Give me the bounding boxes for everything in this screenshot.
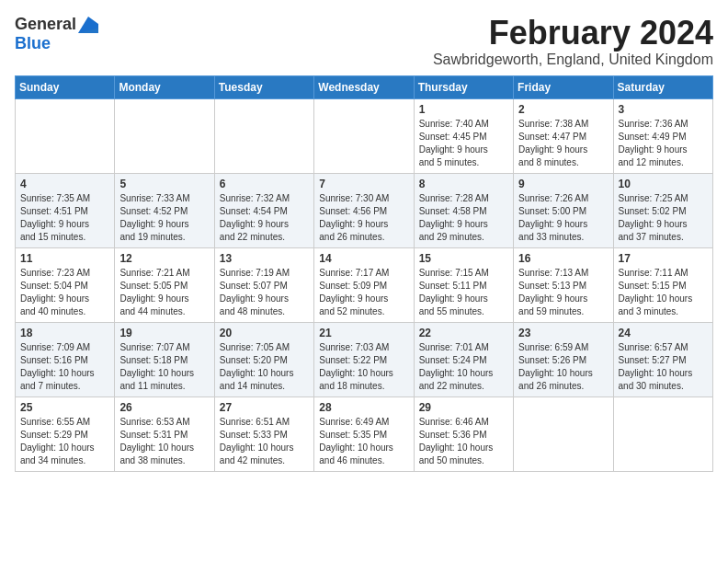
calendar-cell (613, 396, 712, 471)
day-info: Sunrise: 7:07 AM Sunset: 5:18 PM Dayligh… (119, 341, 209, 393)
day-info: Sunrise: 6:59 AM Sunset: 5:26 PM Dayligh… (518, 341, 608, 393)
day-number: 7 (319, 178, 408, 190)
logo: General Blue (15, 15, 98, 53)
calendar-cell: 21Sunrise: 7:03 AM Sunset: 5:22 PM Dayli… (314, 322, 414, 396)
day-info: Sunrise: 7:05 AM Sunset: 5:20 PM Dayligh… (220, 341, 309, 393)
day-info: Sunrise: 7:32 AM Sunset: 4:54 PM Dayligh… (220, 192, 309, 244)
day-info: Sunrise: 6:57 AM Sunset: 5:27 PM Dayligh… (619, 341, 708, 393)
day-info: Sunrise: 6:53 AM Sunset: 5:31 PM Dayligh… (119, 416, 209, 467)
day-number: 3 (619, 103, 708, 116)
month-title: February 2024 (433, 15, 713, 52)
calendar-cell: 24Sunrise: 6:57 AM Sunset: 5:27 PM Dayli… (613, 322, 712, 396)
day-info: Sunrise: 6:46 AM Sunset: 5:36 PM Dayligh… (419, 416, 508, 467)
logo-general-text: General (15, 15, 76, 34)
day-number: 28 (319, 401, 408, 414)
day-number: 29 (419, 401, 508, 414)
day-number: 11 (20, 252, 109, 265)
day-info: Sunrise: 7:28 AM Sunset: 4:58 PM Dayligh… (419, 192, 508, 244)
calendar-cell: 8Sunrise: 7:28 AM Sunset: 4:58 PM Daylig… (414, 173, 513, 247)
day-info: Sunrise: 7:21 AM Sunset: 5:05 PM Dayligh… (119, 267, 209, 318)
day-number: 20 (220, 327, 309, 339)
calendar-cell (16, 98, 115, 173)
day-info: Sunrise: 7:30 AM Sunset: 4:56 PM Dayligh… (319, 192, 408, 244)
calendar-cell: 14Sunrise: 7:17 AM Sunset: 5:09 PM Dayli… (314, 247, 414, 322)
day-number: 13 (220, 252, 309, 265)
calendar-cell: 19Sunrise: 7:07 AM Sunset: 5:18 PM Dayli… (115, 322, 214, 396)
calendar-cell: 3Sunrise: 7:36 AM Sunset: 4:49 PM Daylig… (613, 98, 712, 173)
day-info: Sunrise: 7:38 AM Sunset: 4:47 PM Dayligh… (518, 118, 608, 169)
day-info: Sunrise: 7:33 AM Sunset: 4:52 PM Dayligh… (119, 192, 209, 244)
calendar-cell: 2Sunrise: 7:38 AM Sunset: 4:47 PM Daylig… (514, 98, 613, 173)
day-info: Sunrise: 7:13 AM Sunset: 5:13 PM Dayligh… (518, 267, 608, 318)
location-title: Sawbridgeworth, England, United Kingdom (433, 52, 713, 68)
page-header: General Blue February 2024 Sawbridgewort… (15, 15, 713, 68)
calendar-cell: 27Sunrise: 6:51 AM Sunset: 5:33 PM Dayli… (214, 396, 313, 471)
day-info: Sunrise: 7:03 AM Sunset: 5:22 PM Dayligh… (319, 341, 408, 393)
day-info: Sunrise: 6:55 AM Sunset: 5:29 PM Dayligh… (20, 416, 109, 467)
calendar-cell: 15Sunrise: 7:15 AM Sunset: 5:11 PM Dayli… (414, 247, 513, 322)
weekday-header-sunday: Sunday (16, 75, 115, 98)
day-number: 23 (518, 327, 608, 339)
weekday-header-saturday: Saturday (613, 75, 712, 98)
day-info: Sunrise: 7:23 AM Sunset: 5:04 PM Dayligh… (20, 267, 109, 318)
calendar-cell: 23Sunrise: 6:59 AM Sunset: 5:26 PM Dayli… (514, 322, 613, 396)
weekday-header-friday: Friday (514, 75, 613, 98)
day-number: 24 (619, 327, 708, 339)
calendar-week-4: 18Sunrise: 7:09 AM Sunset: 5:16 PM Dayli… (16, 322, 713, 396)
calendar-week-5: 25Sunrise: 6:55 AM Sunset: 5:29 PM Dayli… (16, 396, 713, 471)
day-number: 10 (619, 178, 708, 190)
day-number: 6 (220, 178, 309, 190)
calendar-cell: 29Sunrise: 6:46 AM Sunset: 5:36 PM Dayli… (414, 396, 513, 471)
calendar-cell: 22Sunrise: 7:01 AM Sunset: 5:24 PM Dayli… (414, 322, 513, 396)
day-info: Sunrise: 7:09 AM Sunset: 5:16 PM Dayligh… (20, 341, 109, 393)
day-number: 16 (518, 252, 608, 265)
day-info: Sunrise: 7:25 AM Sunset: 5:02 PM Dayligh… (619, 192, 708, 244)
day-number: 12 (119, 252, 209, 265)
day-number: 22 (419, 327, 508, 339)
calendar-cell: 25Sunrise: 6:55 AM Sunset: 5:29 PM Dayli… (16, 396, 115, 471)
calendar-cell (514, 396, 613, 471)
day-number: 4 (20, 178, 109, 190)
calendar-week-2: 4Sunrise: 7:35 AM Sunset: 4:51 PM Daylig… (16, 173, 713, 247)
weekday-header-wednesday: Wednesday (314, 75, 414, 98)
calendar-cell: 20Sunrise: 7:05 AM Sunset: 5:20 PM Dayli… (214, 322, 313, 396)
day-number: 27 (220, 401, 309, 414)
calendar-cell: 5Sunrise: 7:33 AM Sunset: 4:52 PM Daylig… (115, 173, 214, 247)
day-info: Sunrise: 7:40 AM Sunset: 4:45 PM Dayligh… (419, 118, 508, 169)
calendar-cell: 1Sunrise: 7:40 AM Sunset: 4:45 PM Daylig… (414, 98, 513, 173)
day-info: Sunrise: 7:35 AM Sunset: 4:51 PM Dayligh… (20, 192, 109, 244)
calendar-cell: 4Sunrise: 7:35 AM Sunset: 4:51 PM Daylig… (16, 173, 115, 247)
calendar-cell: 10Sunrise: 7:25 AM Sunset: 5:02 PM Dayli… (613, 173, 712, 247)
title-block: February 2024 Sawbridgeworth, England, U… (433, 15, 713, 68)
day-info: Sunrise: 6:51 AM Sunset: 5:33 PM Dayligh… (220, 416, 309, 467)
day-number: 1 (419, 103, 508, 116)
day-number: 9 (518, 178, 608, 190)
day-info: Sunrise: 7:15 AM Sunset: 5:11 PM Dayligh… (419, 267, 508, 318)
day-number: 25 (20, 401, 109, 414)
calendar-cell: 13Sunrise: 7:19 AM Sunset: 5:07 PM Dayli… (214, 247, 313, 322)
day-number: 14 (319, 252, 408, 265)
calendar-cell: 12Sunrise: 7:21 AM Sunset: 5:05 PM Dayli… (115, 247, 214, 322)
calendar-cell: 17Sunrise: 7:11 AM Sunset: 5:15 PM Dayli… (613, 247, 712, 322)
calendar-cell: 18Sunrise: 7:09 AM Sunset: 5:16 PM Dayli… (16, 322, 115, 396)
day-info: Sunrise: 7:19 AM Sunset: 5:07 PM Dayligh… (220, 267, 309, 318)
calendar-cell: 7Sunrise: 7:30 AM Sunset: 4:56 PM Daylig… (314, 173, 414, 247)
day-number: 2 (518, 103, 608, 116)
day-info: Sunrise: 6:49 AM Sunset: 5:35 PM Dayligh… (319, 416, 408, 467)
day-number: 19 (119, 327, 209, 339)
day-info: Sunrise: 7:26 AM Sunset: 5:00 PM Dayligh… (518, 192, 608, 244)
calendar-cell (115, 98, 214, 173)
day-info: Sunrise: 7:11 AM Sunset: 5:15 PM Dayligh… (619, 267, 708, 318)
day-number: 5 (119, 178, 209, 190)
calendar-cell: 28Sunrise: 6:49 AM Sunset: 5:35 PM Dayli… (314, 396, 414, 471)
calendar-cell: 11Sunrise: 7:23 AM Sunset: 5:04 PM Dayli… (16, 247, 115, 322)
day-number: 17 (619, 252, 708, 265)
day-info: Sunrise: 7:17 AM Sunset: 5:09 PM Dayligh… (319, 267, 408, 318)
calendar-cell (314, 98, 414, 173)
day-number: 18 (20, 327, 109, 339)
calendar-cell: 26Sunrise: 6:53 AM Sunset: 5:31 PM Dayli… (115, 396, 214, 471)
day-number: 15 (419, 252, 508, 265)
calendar-week-1: 1Sunrise: 7:40 AM Sunset: 4:45 PM Daylig… (16, 98, 713, 173)
day-number: 21 (319, 327, 408, 339)
calendar-cell (214, 98, 313, 173)
